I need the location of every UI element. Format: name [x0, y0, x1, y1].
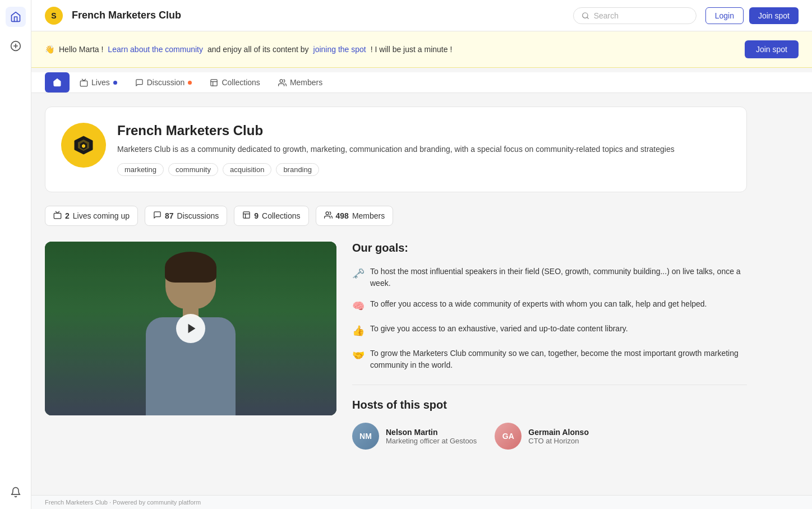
host-item-germain[interactable]: GA Germain Alonso CTO at Horizon	[495, 423, 589, 450]
welcome-banner: 👋 Hello Marta ! Learn about the communit…	[31, 31, 812, 68]
community-card: French Marketers Club Marketers Club is …	[45, 107, 747, 192]
bottom-bar: French Marketers Club · Powered by commu…	[31, 495, 812, 509]
join-spot-banner-button[interactable]: Join spot	[745, 40, 799, 58]
play-icon	[186, 322, 198, 335]
stat-label: Members	[352, 211, 385, 220]
host-role-germain: CTO at Horizon	[528, 437, 589, 445]
host-details-nelson: Nelson Martin Marketing officer at Gesto…	[386, 428, 477, 445]
stats-bar: 2Lives coming up87Discussions9Collection…	[45, 206, 747, 226]
host-avatar-germain: GA	[495, 423, 522, 450]
community-description: Marketers Club is as a community dedicat…	[117, 143, 731, 155]
wave-emoji: 👋	[45, 45, 54, 54]
community-logo-icon	[72, 134, 95, 156]
goal-text: To host the most influential speakers in…	[370, 266, 747, 289]
header: S French Marketers Club Search Login Joi…	[31, 0, 812, 31]
site-logo: S	[45, 7, 63, 25]
stat-count: 87	[165, 211, 174, 220]
host-name-germain: Germain Alonso	[528, 428, 589, 437]
lives-dot	[113, 81, 117, 85]
goal-item: 👍To give you access to an exhaustive, va…	[352, 323, 747, 339]
video-container[interactable]	[45, 242, 336, 415]
search-bar[interactable]: Search	[573, 7, 696, 24]
sidebar-bell-icon[interactable]	[6, 482, 26, 502]
stat-item-members[interactable]: 498Members	[316, 206, 394, 226]
video-column	[45, 242, 336, 450]
header-actions: Login Join spot	[705, 7, 799, 24]
stat-item-discussions[interactable]: 87Discussions	[145, 206, 227, 226]
stat-count: 9	[254, 211, 259, 220]
tab-collections[interactable]: Collections	[202, 72, 267, 92]
banner-join-link[interactable]: joining the spot	[313, 45, 366, 54]
goal-emoji: 🗝️	[352, 266, 365, 289]
goal-item: 🤝To grow the Marketers Club community so…	[352, 348, 747, 371]
page-body: French Marketers Club Marketers Club is …	[31, 93, 760, 463]
discussion-dot	[188, 81, 192, 85]
section-divider	[352, 385, 747, 385]
goal-item: 🗝️To host the most influential speakers …	[352, 266, 747, 289]
stat-label: Discussions	[177, 211, 219, 220]
banner-hello: Hello Marta !	[59, 45, 103, 54]
login-button[interactable]: Login	[705, 7, 744, 24]
stat-count: 2	[65, 211, 70, 220]
goal-text: To offer you access to a wide community …	[370, 298, 747, 314]
tab-home[interactable]	[45, 72, 70, 92]
svg-point-9	[280, 79, 283, 82]
tab-members[interactable]: Members	[270, 72, 330, 92]
community-tag: marketing	[117, 163, 164, 176]
join-spot-header-button[interactable]: Join spot	[749, 7, 799, 24]
svg-marker-19	[188, 324, 195, 334]
tab-lives-label: Lives	[91, 78, 110, 87]
members-tab-icon	[278, 78, 287, 87]
community-name: French Marketers Club	[117, 123, 731, 138]
tab-discussion-label: Discussion	[147, 78, 185, 87]
search-placeholder: Search	[594, 11, 619, 20]
goal-text: To grow the Marketers Club community so …	[370, 348, 747, 371]
stat-item-collections[interactable]: 9Collections	[234, 206, 308, 226]
host-details-germain: Germain Alonso CTO at Horizon	[528, 428, 589, 445]
banner-after: ! I will be just a minute !	[371, 45, 453, 54]
goal-emoji: 🧠	[352, 299, 365, 314]
tab-lives[interactable]: Lives	[72, 72, 125, 92]
nav-tabs: Lives Discussion Collections Members	[31, 72, 812, 93]
community-tag: acquisition	[223, 163, 271, 176]
goal-item: 🧠To offer you access to a wide community…	[352, 298, 747, 314]
stat-label: Lives coming up	[73, 211, 130, 220]
community-tag: community	[168, 163, 218, 176]
info-column: Our goals: 🗝️To host the most influentia…	[352, 242, 747, 450]
community-info: French Marketers Club Marketers Club is …	[117, 123, 731, 176]
banner-text: 👋 Hello Marta ! Learn about the communit…	[45, 45, 452, 54]
svg-rect-5	[80, 81, 87, 86]
svg-rect-14	[54, 214, 61, 219]
sidebar-home-icon[interactable]	[6, 7, 26, 27]
community-tags: marketingcommunityacquisitionbranding	[117, 163, 731, 176]
community-logo	[61, 123, 106, 168]
play-button[interactable]	[176, 314, 205, 343]
stat-icon	[242, 211, 251, 221]
stat-icon	[153, 211, 162, 221]
banner-middle: and enjoy all of its content by	[207, 45, 309, 54]
svg-point-18	[326, 212, 329, 215]
stat-item-lives-coming-up[interactable]: 2Lives coming up	[45, 206, 138, 226]
two-col-layout: Our goals: 🗝️To host the most influentia…	[45, 242, 747, 450]
page-content: 👋 Hello Marta ! Learn about the communit…	[31, 31, 812, 509]
stat-icon	[53, 211, 62, 221]
goal-emoji: 🤝	[352, 348, 365, 371]
goal-emoji: 👍	[352, 323, 365, 339]
video-overlay[interactable]	[45, 242, 336, 415]
banner-learn-link[interactable]: Learn about the community	[108, 45, 203, 54]
host-role-nelson: Marketing officer at Gestoos	[386, 437, 477, 445]
hosts-grid: NM Nelson Martin Marketing officer at Ge…	[352, 423, 747, 450]
sidebar-add-icon[interactable]	[6, 36, 26, 56]
tab-collections-label: Collections	[222, 78, 260, 87]
tab-discussion[interactable]: Discussion	[127, 72, 200, 92]
site-title: French Marketers Club	[72, 10, 564, 21]
stat-label: Collections	[262, 211, 300, 220]
sidebar	[0, 0, 31, 509]
svg-line-4	[587, 17, 588, 18]
goal-text: To give you access to an exhaustive, var…	[370, 323, 747, 339]
svg-rect-6	[211, 79, 217, 85]
tab-members-label: Members	[290, 78, 322, 87]
stat-icon	[324, 211, 333, 221]
host-avatar-nelson: NM	[352, 423, 379, 450]
host-item-nelson[interactable]: NM Nelson Martin Marketing officer at Ge…	[352, 423, 477, 450]
